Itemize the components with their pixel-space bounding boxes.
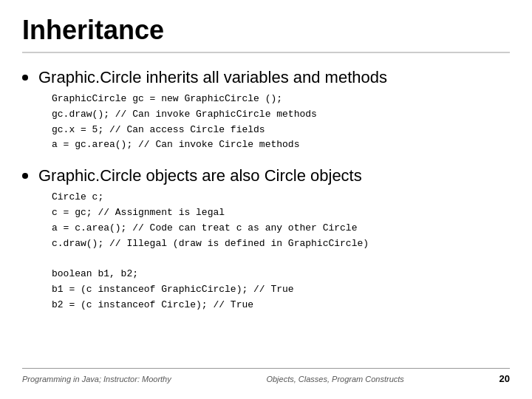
bullet-heading-2: Graphic.Circle objects are also Circle o… bbox=[22, 166, 510, 185]
code-line: b1 = (c instanceof GraphicCircle); // Tr… bbox=[52, 282, 510, 298]
code-line-blank bbox=[52, 251, 510, 267]
code-line: gc.draw(); // Can invoke GraphicCircle m… bbox=[52, 107, 510, 123]
code-line: boolean b1, b2; bbox=[52, 267, 510, 282]
slide: Inheritance Graphic.Circle inherits all … bbox=[0, 0, 532, 399]
code-line: a = gc.area(); // Can invoke Circle meth… bbox=[52, 137, 510, 153]
content-area: Graphic.Circle inherits all variables an… bbox=[22, 68, 510, 361]
footer-left: Programming in Java; Instructor: Moorthy bbox=[22, 375, 171, 383]
code-line: GraphicCircle gc = new GraphicCircle (); bbox=[52, 92, 510, 107]
code-line: a = c.area(); // Code can treat c as any… bbox=[52, 221, 510, 236]
code-block-2: Circle c; c = gc; // Assignment is legal… bbox=[52, 190, 510, 313]
bullet-dot-2 bbox=[22, 173, 28, 179]
code-line: c = gc; // Assignment is legal bbox=[52, 205, 510, 221]
code-block-1: GraphicCircle gc = new GraphicCircle ();… bbox=[52, 92, 510, 153]
code-line: Circle c; bbox=[52, 190, 510, 205]
bullet-heading-1: Graphic.Circle inherits all variables an… bbox=[22, 68, 510, 87]
bullet-text-1: Graphic.Circle inherits all variables an… bbox=[38, 68, 387, 87]
footer-right: 20 bbox=[499, 373, 510, 384]
bullet-section-2: Graphic.Circle objects are also Circle o… bbox=[22, 166, 510, 313]
bullet-dot-1 bbox=[22, 75, 28, 81]
bullet-text-2: Graphic.Circle objects are also Circle o… bbox=[38, 166, 362, 185]
code-line: c.draw(); // Illegal (draw is defined in… bbox=[52, 236, 510, 252]
page-title: Inheritance bbox=[22, 15, 510, 53]
bullet-section-1: Graphic.Circle inherits all variables an… bbox=[22, 68, 510, 153]
footer-center: Objects, Classes, Program Constructs bbox=[266, 375, 403, 383]
code-line: b2 = (c instanceof Circle); // True bbox=[52, 298, 510, 313]
footer: Programming in Java; Instructor: Moorthy… bbox=[22, 368, 510, 384]
code-line: gc.x = 5; // Can access Circle fields bbox=[52, 123, 510, 138]
